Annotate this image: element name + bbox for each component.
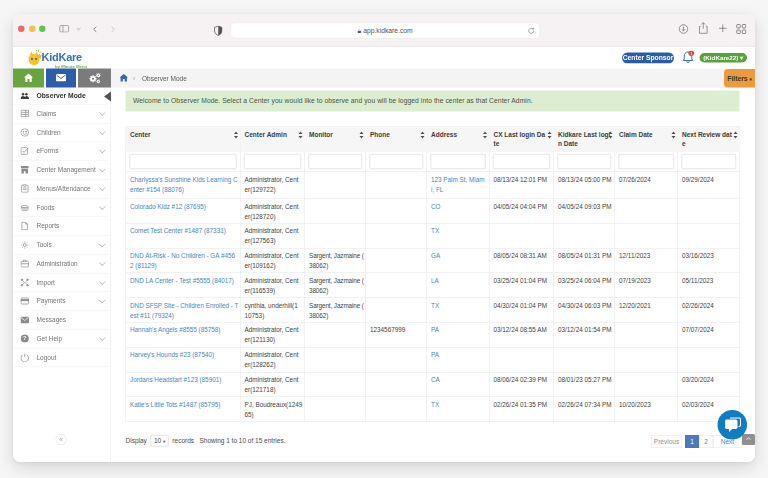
svg-text:?: ? (23, 336, 27, 342)
